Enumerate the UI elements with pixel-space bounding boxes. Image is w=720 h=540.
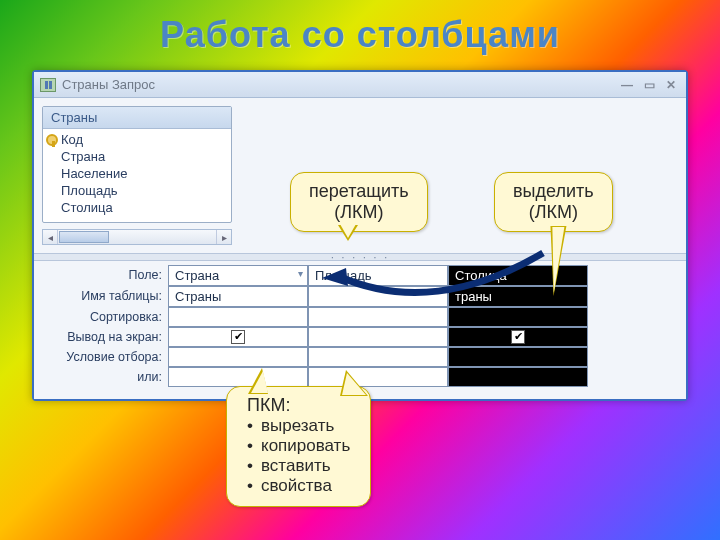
- context-item: свойства: [247, 476, 350, 496]
- callout-line: перетащить: [309, 181, 409, 202]
- show-checkbox[interactable]: [448, 327, 588, 347]
- table-cell[interactable]: Страны: [168, 286, 308, 307]
- app-icon: [40, 78, 56, 92]
- criteria-cell[interactable]: [448, 347, 588, 367]
- field-item[interactable]: Страна: [43, 148, 231, 165]
- row-label: Сортировка:: [40, 307, 168, 327]
- context-item: вставить: [247, 456, 350, 476]
- callout-context-menu: ПКМ: вырезать копировать вставить свойст…: [226, 386, 371, 507]
- field-item[interactable]: Площадь: [43, 182, 231, 199]
- sort-cell[interactable]: [168, 307, 308, 327]
- callout-tail: [248, 368, 268, 394]
- callout-drag: перетащить (ЛКМ): [290, 172, 428, 232]
- row-label: Поле:: [40, 265, 168, 286]
- callout-title: ПКМ:: [247, 395, 350, 416]
- window-buttons: — ▭ ✕: [618, 78, 680, 92]
- row-label: или:: [40, 367, 168, 387]
- callout-select: выделить (ЛКМ): [494, 172, 613, 232]
- maximize-button[interactable]: ▭: [640, 78, 658, 92]
- show-checkbox[interactable]: [308, 327, 448, 347]
- window-title: Страны Запрос: [62, 77, 155, 92]
- context-item: вырезать: [247, 416, 350, 436]
- or-cell[interactable]: [308, 367, 448, 387]
- callout-line: выделить: [513, 181, 594, 202]
- slide-title: Работа со столбцами: [0, 0, 720, 62]
- minimize-button[interactable]: —: [618, 78, 636, 92]
- sort-cell[interactable]: [308, 307, 448, 327]
- show-checkbox[interactable]: [168, 327, 308, 347]
- callout-tail: [340, 370, 368, 396]
- sort-cell[interactable]: [448, 307, 588, 327]
- field-item[interactable]: Население: [43, 165, 231, 182]
- criteria-cell[interactable]: [308, 347, 448, 367]
- source-table-box[interactable]: Страны Код Страна Население Площадь Стол…: [42, 106, 232, 223]
- context-item: копировать: [247, 436, 350, 456]
- curved-arrow: [318, 248, 548, 298]
- callout-tail: [338, 225, 358, 241]
- field-list: Код Страна Население Площадь Столица: [43, 129, 231, 222]
- field-item[interactable]: Код: [43, 131, 231, 148]
- scroll-left-icon[interactable]: ◂: [43, 230, 58, 244]
- row-label: Условие отбора:: [40, 347, 168, 367]
- field-item[interactable]: Столица: [43, 199, 231, 216]
- or-cell[interactable]: [168, 367, 308, 387]
- source-table-header: Страны: [43, 107, 231, 129]
- titlebar: Страны Запрос — ▭ ✕: [34, 72, 686, 98]
- field-cell[interactable]: Страна: [168, 265, 308, 286]
- row-label: Имя таблицы:: [40, 286, 168, 307]
- query-design-window: Страны Запрос — ▭ ✕ Страны Код Страна На…: [32, 70, 688, 401]
- row-label: Вывод на экран:: [40, 327, 168, 347]
- callout-line: (ЛКМ): [309, 202, 409, 223]
- scroll-right-icon[interactable]: ▸: [216, 230, 231, 244]
- scroll-thumb[interactable]: [59, 231, 109, 243]
- criteria-cell[interactable]: [168, 347, 308, 367]
- h-scrollbar[interactable]: ◂ ▸: [42, 229, 232, 245]
- or-cell[interactable]: [448, 367, 588, 387]
- close-button[interactable]: ✕: [662, 78, 680, 92]
- callout-line: (ЛКМ): [513, 202, 594, 223]
